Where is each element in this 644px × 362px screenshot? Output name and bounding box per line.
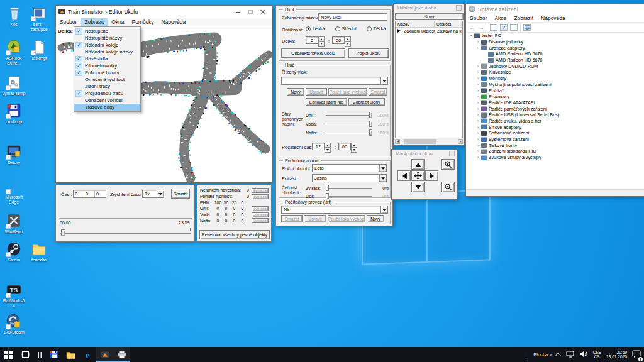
reset-objects-button[interactable]: Resetovat všechny pevné objekty <box>199 230 270 239</box>
desktop-icon-winmenu[interactable]: WinMenu <box>2 212 26 234</box>
chevron-right-icon[interactable]: › <box>475 131 480 135</box>
forward-icon[interactable]: → <box>478 25 484 31</box>
time-slider[interactable] <box>60 233 191 234</box>
chevron-right-icon[interactable]: › <box>475 137 480 141</box>
desktop-icon-steam[interactable]: Steam <box>2 241 26 263</box>
maximize-button[interactable] <box>244 7 257 17</box>
menu-okna[interactable]: Okna <box>108 18 128 26</box>
toolbar-handle-icon[interactable] <box>526 352 528 358</box>
event-window-titlebar[interactable]: Událost jako úloha <box>394 4 464 12</box>
tree-item-my-i-a-jin-polohovac-za-zen[interactable]: ›Myši a jiná polohovací zařízení <box>466 82 644 88</box>
tree-item-syst-mov-za-zen[interactable]: ›Systémová zařízení <box>466 136 644 143</box>
traffic-button-upravit[interactable]: Upravit <box>304 215 326 222</box>
button-pou-t-jako-v-choz[interactable]: Použít jako výchozí <box>328 88 367 96</box>
devmgr-menu-n-pov-da[interactable]: Nápověda <box>537 14 569 22</box>
slider-thumb[interactable] <box>326 193 329 199</box>
menu-soubor[interactable]: Soubor <box>56 18 80 26</box>
spin-up-icon[interactable] <box>325 143 331 148</box>
tree-item-tester-pc[interactable]: ›tester-PC <box>466 33 644 39</box>
spin-down-icon[interactable] <box>318 41 325 47</box>
accel-select[interactable]: 1x <box>142 190 164 198</box>
action-center-button[interactable]: 2 <box>632 349 641 360</box>
charakteristika-button[interactable]: Charakteristika úkolu <box>281 48 345 58</box>
slider-track[interactable] <box>326 188 372 189</box>
desktop-icon-railworks64[interactable]: TSRailWorks64 <box>2 282 26 308</box>
tree-item-kl-vesnice[interactable]: ›Klávesnice <box>466 69 644 75</box>
slider-track[interactable] <box>326 196 372 197</box>
tree-item-amd-radeon-hd-5670[interactable]: AMD Radeon HD 5670 <box>466 51 644 57</box>
view-menu-item-proj-d-nou-trasu[interactable]: Projížděnou trasu <box>74 90 140 97</box>
chevron-right-icon[interactable]: › <box>475 125 480 129</box>
help-icon[interactable]: ? <box>500 24 508 31</box>
list-view-icon[interactable] <box>490 24 497 31</box>
show-hidden-icons-icon[interactable] <box>556 353 561 358</box>
slider-track[interactable] <box>326 133 372 133</box>
start-button[interactable]: Spustit <box>171 189 190 199</box>
length-hours-spinner[interactable]: 0 <box>306 36 325 44</box>
chevron-right-icon[interactable]: › <box>475 119 480 123</box>
pan-center-button[interactable] <box>411 170 425 181</box>
tree-item-monitory[interactable]: ›Monitory <box>466 75 644 82</box>
scrollbar-thumb[interactable] <box>404 139 436 144</box>
chevron-right-icon[interactable]: › <box>475 149 480 153</box>
desktop-icon-asrock-extre[interactable]: ASRock eXtre... <box>2 39 26 65</box>
zoom-out-button[interactable] <box>441 182 455 192</box>
column-nazev[interactable]: Název <box>396 21 435 27</box>
devmgr-menu-soubor[interactable]: Soubor <box>466 14 491 22</box>
chevron-right-icon[interactable]: › <box>475 40 480 44</box>
slider-thumb[interactable] <box>369 121 372 127</box>
zoom-in-button[interactable] <box>441 159 455 170</box>
vymazat-button[interactable]: Vymazat <box>252 206 269 211</box>
view-menu-item-kilometrovn-ky[interactable]: Kilometrovníky <box>74 62 140 69</box>
tree-item-zvukov-vstupy-a-v-stupy[interactable]: ›Zvukové vstupy a výstupy <box>466 155 644 161</box>
chevron-right-icon[interactable]: › <box>475 107 480 111</box>
event-row[interactable]: Základní událost Zastavit na kon <box>396 28 462 34</box>
button-zobrazit-lohy[interactable]: Zobrazit úlohy <box>348 98 385 106</box>
tree-item-adi-e-usb-universal-serial-bus[interactable]: ›Řadiče USB (Universal Serial Bus) <box>466 112 644 118</box>
button-smazat[interactable]: Smazat <box>369 88 387 96</box>
dropdown-arrow-icon[interactable] <box>379 165 386 172</box>
slider-thumb[interactable] <box>326 185 329 191</box>
slider-track[interactable] <box>326 124 372 124</box>
difficulty-radio-lehk[interactable]: Lehká <box>306 26 325 31</box>
pan-right-button[interactable] <box>425 170 438 181</box>
view-menu-item-pohonn-hmoty[interactable]: Pohonné hmoty <box>74 69 140 76</box>
popis-button[interactable]: Popis úkolu <box>348 48 389 58</box>
dropdown-arrow-icon[interactable] <box>380 77 387 84</box>
tree-item-jednotky-dvd-cd-rom[interactable]: ›Jednotky DVD/CD-ROM <box>466 63 644 69</box>
traffic-button-nov[interactable]: Nový <box>367 215 384 222</box>
chevron-down-icon[interactable]: › <box>476 45 480 50</box>
close-icon[interactable] <box>456 5 462 11</box>
desktop-toolbar[interactable]: Plocha » <box>533 352 552 358</box>
spin-down-icon[interactable] <box>351 148 357 153</box>
devmgr-titlebar[interactable]: Správce zařízení <box>466 4 644 14</box>
horizontal-scrollbar[interactable] <box>395 139 463 144</box>
tree-item-za-zen-standardu-hid[interactable]: ›Zařízení standardu HID <box>466 148 644 155</box>
task-name-input[interactable]: Nový úkol <box>318 13 387 21</box>
spin-up-icon[interactable] <box>351 143 357 148</box>
weather-select[interactable]: Jasno <box>312 174 387 182</box>
tree-item-diskov-jednotky[interactable]: ›Diskové jednotky <box>466 39 644 45</box>
traffic-button-smazat[interactable]: Smazat <box>281 215 303 222</box>
start-minutes-spinner[interactable]: 00 <box>338 143 357 150</box>
start-hours-spinner[interactable]: 12 <box>312 143 331 150</box>
button-nov[interactable]: Nový <box>287 88 304 96</box>
volume-icon[interactable] <box>579 349 587 360</box>
devmgr-menu-zobrazit[interactable]: Zobrazit <box>510 14 537 22</box>
tree-item-adi-e-ide-ata-atapi[interactable]: ›Řadiče IDE ATA/ATAPI <box>466 100 644 106</box>
column-udalost[interactable]: Událost <box>435 21 462 27</box>
file-explorer-button[interactable] <box>62 347 79 362</box>
view-menu-item-n-kladn-koleje-n-zvy[interactable]: Nákladní koleje názvy <box>74 48 140 55</box>
view-menu-item-n-v-stidla[interactable]: Návěstidla <box>74 55 140 62</box>
chevron-right-icon[interactable]: › <box>475 82 480 87</box>
tree-item-adi-e-pam-ov-ch-za-zen[interactable]: ›Řadiče paměťových zařízení <box>466 106 644 112</box>
view-menu-item-ozna-en-vozidel[interactable]: Označení vozidel <box>74 97 140 104</box>
time-field-s[interactable]: 0 <box>95 190 106 197</box>
time-fields[interactable]: 0 0 0 <box>73 190 106 198</box>
view-menu-item-n-kladn-koleje[interactable]: Nákladní koleje <box>74 41 140 48</box>
close-button[interactable] <box>257 7 269 17</box>
chevron-down-icon[interactable]: › <box>469 33 474 38</box>
chevron-right-icon[interactable]: › <box>475 112 480 117</box>
device-manager-taskbar-button[interactable] <box>113 347 130 362</box>
desktop-icon-dxtory[interactable]: Dxtory <box>2 143 26 165</box>
